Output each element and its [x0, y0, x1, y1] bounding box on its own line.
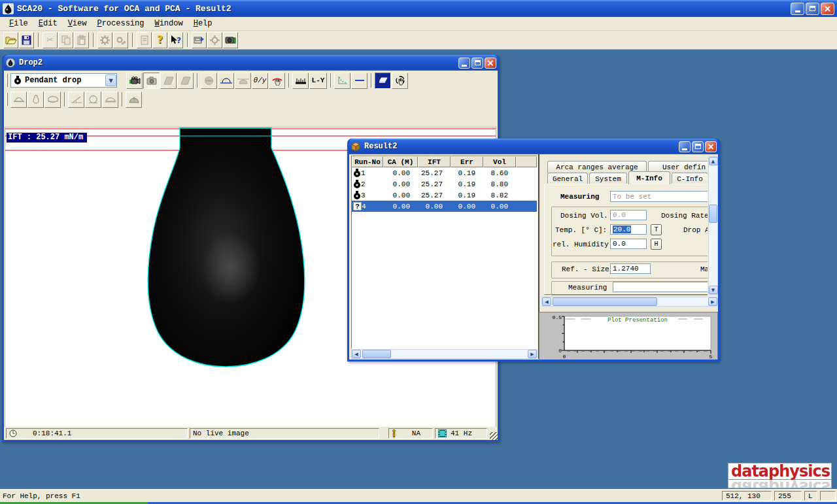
- slant-tool-2-button[interactable]: [177, 73, 194, 89]
- circle-fit-button[interactable]: [85, 92, 101, 108]
- tab-c-info[interactable]: C-Info: [672, 173, 708, 184]
- scroll-right-icon[interactable]: ▶: [708, 297, 717, 306]
- col-ift[interactable]: IFT: [418, 156, 451, 167]
- export-doc-button[interactable]: [137, 32, 152, 48]
- result2-window-title: Result2: [364, 142, 397, 151]
- scroll-left-icon[interactable]: ◀: [352, 350, 361, 358]
- dosing-rate-label: Dosing Rate: [661, 212, 708, 220]
- needle-detect-button[interactable]: [201, 73, 217, 89]
- pendant-fit-button[interactable]: [27, 92, 44, 108]
- scroll-thumb[interactable]: [362, 350, 391, 358]
- menu-file[interactable]: File: [4, 18, 33, 29]
- captive-bubble-button[interactable]: [235, 73, 251, 89]
- tab-m-info[interactable]: M-Info: [628, 171, 670, 184]
- open-folder-icon: [5, 35, 17, 44]
- scroll-left-icon[interactable]: ◀: [542, 297, 551, 306]
- camera-button[interactable]: [223, 32, 238, 48]
- sessile-drop-fit-button[interactable]: [10, 92, 27, 108]
- help-button[interactable]: ?: [152, 32, 167, 48]
- manual-tracking-button[interactable]: [269, 73, 285, 89]
- copy-button[interactable]: [58, 32, 73, 48]
- result2-maximize-button[interactable]: [692, 141, 704, 152]
- snapshot-button[interactable]: [143, 73, 160, 89]
- toolbar-grip[interactable]: [6, 74, 8, 87]
- tab-general[interactable]: General: [547, 173, 588, 184]
- tab-system[interactable]: System: [589, 173, 627, 184]
- baseline-button[interactable]: [292, 73, 309, 89]
- toolbar-grip[interactable]: [6, 93, 8, 106]
- drop2-title-bar[interactable]: Drop2 ×: [4, 55, 498, 71]
- eraser-button[interactable]: [375, 73, 391, 89]
- measuring2-field[interactable]: [613, 282, 708, 292]
- tangent-fit-button[interactable]: [68, 92, 84, 108]
- col-vol[interactable]: Vol: [483, 156, 516, 167]
- col-run-no[interactable]: Run-No: [352, 156, 383, 167]
- humidity-unit-button[interactable]: H: [651, 239, 662, 250]
- scroll-thumb[interactable]: [709, 205, 717, 223]
- report-export-button[interactable]: [192, 32, 207, 48]
- scroll-thumb[interactable]: [553, 297, 657, 306]
- slant-tool-1-button[interactable]: [160, 73, 177, 89]
- chevron-down-icon[interactable]: ▼: [105, 75, 116, 86]
- sessile-baseline-button[interactable]: [218, 73, 234, 89]
- col-ca[interactable]: CA (M): [383, 156, 418, 167]
- settings-hand-button[interactable]: [113, 32, 128, 48]
- table-row-selected[interactable]: ? 4 0.00 0.00 0.00 0.00: [352, 201, 537, 212]
- result2-title-bar[interactable]: Result2 ×: [349, 139, 718, 154]
- col-extra[interactable]: [516, 156, 537, 167]
- col-err[interactable]: Err: [451, 156, 483, 167]
- drop2-maximize-button[interactable]: [471, 58, 483, 69]
- ref-size-field[interactable]: 1.2740: [610, 263, 651, 274]
- theta-y-button[interactable]: θ/y: [252, 73, 268, 89]
- main-status-bar: For Help, press F1 512, 130 255 L: [0, 489, 837, 502]
- humidity-field[interactable]: 0.0: [610, 239, 647, 249]
- close-button[interactable]: ×: [821, 3, 834, 15]
- live-video-button[interactable]: [126, 73, 143, 89]
- ellipse-fit-button[interactable]: [44, 92, 61, 108]
- drop2-minimize-button[interactable]: [458, 58, 470, 69]
- dosing-vol-field[interactable]: 0.0: [610, 210, 647, 220]
- measuring-field[interactable]: To be set: [610, 191, 708, 202]
- ca-value: 0.00: [383, 169, 418, 177]
- settings-button[interactable]: [97, 32, 112, 48]
- minimize-button[interactable]: [791, 3, 804, 15]
- scroll-right-icon[interactable]: ▶: [528, 350, 537, 358]
- temp-field[interactable]: 20.0: [610, 224, 647, 235]
- resize-grip[interactable]: [490, 432, 498, 440]
- result2-minimize-button[interactable]: [679, 141, 691, 152]
- vol-value: 8.60: [483, 169, 516, 177]
- captive-dome-button[interactable]: [126, 92, 142, 108]
- menu-window[interactable]: Window: [149, 18, 188, 29]
- scroll-up-icon[interactable]: ▲: [709, 157, 718, 165]
- device-settings-button[interactable]: [207, 32, 222, 48]
- panel-hscrollbar[interactable]: ◀ ▶: [541, 297, 718, 307]
- menu-help[interactable]: Help: [188, 18, 218, 29]
- table-row[interactable]: 3 0.00 25.27 0.19 8.82: [352, 190, 537, 201]
- temp-unit-button[interactable]: T: [651, 224, 662, 235]
- scroll-down-icon[interactable]: ▼: [709, 286, 718, 294]
- result2-close-button[interactable]: ×: [705, 141, 717, 152]
- menu-processing[interactable]: Processing: [92, 18, 149, 29]
- panel-vscrollbar[interactable]: ▲ ▼: [708, 156, 718, 295]
- paste-button[interactable]: [74, 32, 89, 48]
- temp-value: 20.0: [613, 226, 631, 233]
- profile-curve-button[interactable]: [334, 73, 350, 89]
- maximize-button[interactable]: [806, 3, 819, 15]
- table-row[interactable]: 2 0.00 25.27 0.19 8.80: [352, 178, 537, 190]
- menu-edit[interactable]: Edit: [33, 18, 63, 29]
- manual-edit-button[interactable]: [392, 73, 408, 89]
- laplace-young-button[interactable]: L-Y: [309, 73, 327, 89]
- cut-button[interactable]: ✂: [43, 32, 58, 48]
- drop-type-select[interactable]: Pendant drop ▼: [10, 73, 117, 88]
- horizontal-line-button[interactable]: [351, 73, 367, 89]
- open-button[interactable]: [3, 32, 18, 48]
- context-help-button[interactable]: ?: [168, 32, 183, 48]
- flat-drop-fit-button[interactable]: [102, 92, 118, 108]
- menu-view[interactable]: View: [63, 18, 92, 29]
- cursor-position-cell: 512, 130: [722, 491, 772, 501]
- table-row[interactable]: 1 0.00 25.27 0.19 8.60: [352, 167, 537, 178]
- drop2-close-button[interactable]: ×: [485, 58, 496, 69]
- results-table[interactable]: Run-No CA (M) IFT Err Vol 1 0.00 25.27 0…: [351, 156, 538, 349]
- save-button[interactable]: [19, 32, 34, 48]
- table-hscrollbar[interactable]: ◀ ▶: [351, 349, 538, 359]
